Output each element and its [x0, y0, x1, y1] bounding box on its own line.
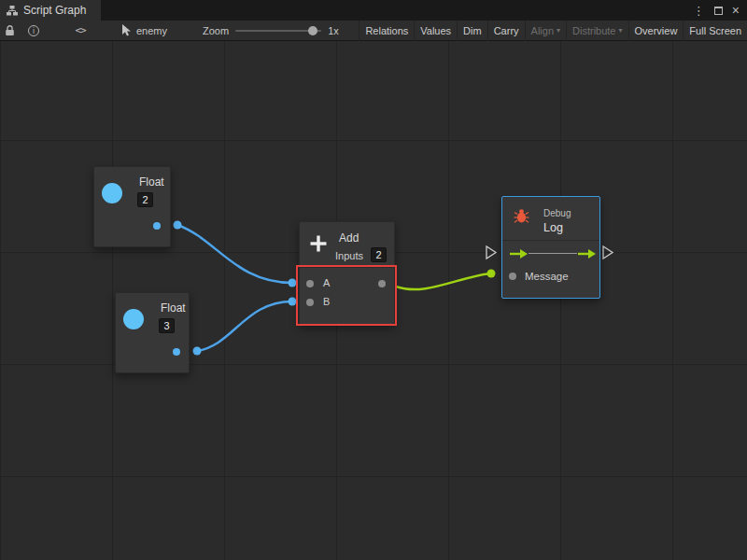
port-b-label: B: [323, 296, 330, 307]
lock-icon[interactable]: [0, 21, 19, 41]
dim-button[interactable]: Dim: [457, 21, 487, 41]
flow-output-triangle[interactable]: [603, 246, 613, 259]
bug-icon: [514, 207, 529, 224]
message-input-port[interactable]: [509, 273, 516, 280]
message-port-label: Message: [525, 271, 569, 282]
node-divider: [502, 240, 599, 241]
full-screen-button[interactable]: Full Screen: [683, 21, 747, 41]
node-title: Float: [139, 175, 164, 189]
zoom-slider-handle[interactable]: [308, 26, 317, 35]
graph-toolbar: i <> enemy Zoom 1x Relations Values Dim …: [0, 21, 747, 41]
float-node-2[interactable]: Float 3: [115, 292, 190, 373]
inputs-count-field[interactable]: 2: [371, 247, 387, 262]
debug-log-node[interactable]: Debug Log Message: [501, 196, 600, 299]
flow-through-line: [529, 253, 577, 254]
graph-name: enemy: [136, 25, 167, 36]
wire-add-to-debug-message[interactable]: [396, 273, 491, 289]
title-bar: Script Graph ⋮ ×: [0, 0, 747, 21]
code-icon[interactable]: <>: [71, 21, 90, 41]
relations-button[interactable]: Relations: [359, 21, 414, 41]
float-type-icon: [102, 183, 122, 203]
cursor-icon: [121, 24, 133, 36]
script-graph-icon: [7, 6, 18, 16]
overview-button[interactable]: Overview: [628, 21, 684, 41]
flow-input-triangle[interactable]: [486, 246, 496, 259]
float-value-field[interactable]: 2: [137, 192, 153, 207]
wire-float1-to-add-a[interactable]: [177, 225, 292, 283]
float-value-field[interactable]: 3: [159, 318, 175, 333]
maximize-icon[interactable]: [714, 7, 723, 15]
node-category: Debug: [543, 208, 571, 218]
graph-breadcrumb[interactable]: enemy: [121, 24, 167, 36]
float-output-port[interactable]: [153, 222, 161, 230]
float-output-port[interactable]: [173, 348, 180, 356]
wire-endpoint-dot: [193, 347, 202, 356]
float-type-icon: [123, 309, 144, 329]
info-icon[interactable]: i: [24, 21, 43, 41]
zoom-control: Zoom 1x: [203, 25, 339, 36]
wire-endpoint-dot: [174, 221, 182, 230]
node-title: Log: [543, 221, 563, 234]
zoom-label: Zoom: [203, 25, 229, 36]
wire-float2-to-add-b[interactable]: [197, 301, 292, 351]
node-title: Add: [339, 231, 359, 245]
close-icon[interactable]: ×: [732, 4, 740, 17]
flow-out-arrow-icon[interactable]: [578, 248, 596, 259]
graph-canvas[interactable]: Float 2 Float 3 Add Inputs 2 A B: [0, 41, 747, 560]
plus-icon: [309, 234, 328, 253]
carry-button[interactable]: Carry: [487, 21, 525, 41]
add-input-a-port[interactable]: [306, 280, 314, 287]
chevron-down-icon: ▾: [557, 26, 560, 35]
float-node-1[interactable]: Float 2: [93, 166, 171, 247]
wire-endpoint-dot: [289, 279, 297, 287]
port-a-label: A: [323, 277, 330, 288]
align-button[interactable]: Align▾: [525, 21, 566, 41]
zoom-value: 1x: [328, 25, 339, 36]
flow-in-arrow-icon[interactable]: [510, 248, 528, 259]
zoom-slider[interactable]: [235, 30, 321, 32]
add-node[interactable]: Add Inputs 2 A B: [299, 221, 395, 325]
inputs-label: Inputs: [335, 250, 363, 261]
node-divider: [300, 267, 394, 268]
chevron-down-icon: ▾: [619, 26, 623, 35]
window-menu-icon[interactable]: ⋮: [693, 5, 705, 17]
tab-title: Script Graph: [23, 4, 86, 17]
add-output-port[interactable]: [378, 280, 386, 287]
toolbar-buttons: Relations Values Dim Carry Align▾ Distri…: [359, 21, 747, 41]
distribute-button[interactable]: Distribute▾: [566, 21, 627, 41]
wire-endpoint-dot: [289, 298, 297, 306]
node-title: Float: [161, 301, 186, 315]
wire-endpoint-dot: [487, 270, 496, 278]
values-button[interactable]: Values: [414, 21, 457, 41]
add-input-b-port[interactable]: [306, 299, 314, 306]
tab-script-graph[interactable]: Script Graph: [0, 0, 101, 21]
